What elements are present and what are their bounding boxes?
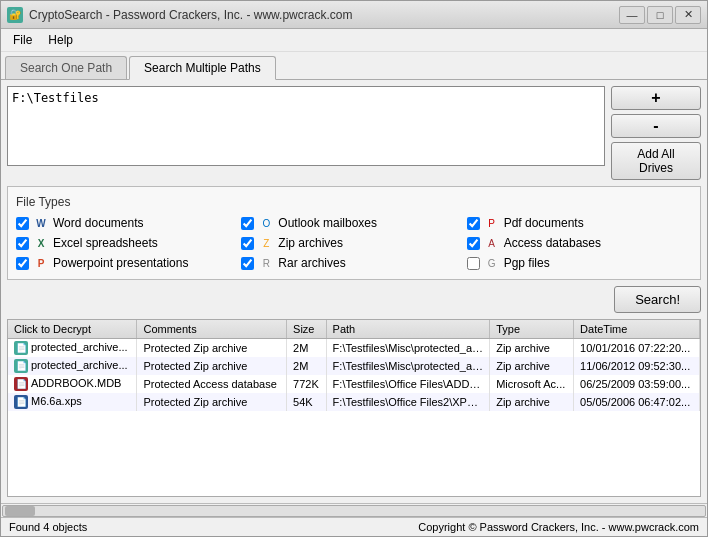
results-table-container[interactable]: Click to Decrypt Comments Size Path Type… — [7, 319, 701, 497]
title-bar: 🔐 CryptoSearch - Password Crackers, Inc.… — [1, 1, 707, 29]
minimize-button[interactable]: — — [619, 6, 645, 24]
status-left: Found 4 objects — [9, 521, 87, 533]
file-types-grid: W Word documents O Outlook mailboxes P P… — [16, 215, 692, 271]
pdf-icon: P — [484, 215, 500, 231]
col-header-datetime[interactable]: DateTime — [574, 320, 700, 339]
file-types-title: File Types — [16, 195, 692, 209]
paths-section: F:\Testfiles + - Add All Drives — [7, 86, 701, 180]
cell-comments: Protected Zip archive — [137, 357, 287, 375]
menu-help[interactable]: Help — [40, 31, 81, 49]
main-window: 🔐 CryptoSearch - Password Crackers, Inc.… — [0, 0, 708, 537]
excel-label: Excel spreadsheets — [53, 236, 158, 250]
table-header-row: Click to Decrypt Comments Size Path Type… — [8, 320, 700, 339]
horizontal-scrollbar[interactable] — [2, 505, 706, 517]
cell-size: 2M — [287, 357, 327, 375]
horizontal-scrollbar-row — [1, 503, 707, 517]
checkbox-pgp[interactable] — [467, 257, 480, 270]
menu-bar: File Help — [1, 29, 707, 52]
file-type-rar: R Rar archives — [241, 255, 466, 271]
paths-textarea[interactable]: F:\Testfiles — [7, 86, 605, 166]
cell-type: Zip archive — [490, 339, 574, 358]
checkbox-excel[interactable] — [16, 237, 29, 250]
search-button-row: Search! — [7, 286, 701, 313]
table-row[interactable]: 📄M6.6a.xpsProtected Zip archive54KF:\Tes… — [8, 393, 700, 411]
ppt-icon: P — [33, 255, 49, 271]
excel-icon: X — [33, 235, 49, 251]
outlook-icon: O — [258, 215, 274, 231]
ppt-label: Powerpoint presentations — [53, 256, 188, 270]
col-header-type[interactable]: Type — [490, 320, 574, 339]
file-type-ppt: P Powerpoint presentations — [16, 255, 241, 271]
file-types-section: File Types W Word documents O Outlook ma… — [7, 186, 701, 280]
pdf-label: Pdf documents — [504, 216, 584, 230]
status-right: Copyright © Password Crackers, Inc. - ww… — [418, 521, 699, 533]
cell-path: F:\Testfiles\Office Files\ADDR... — [326, 375, 490, 393]
window-controls: — □ ✕ — [619, 6, 701, 24]
table-body: 📄protected_archive...Protected Zip archi… — [8, 339, 700, 412]
cell-size: 2M — [287, 339, 327, 358]
app-icon: 🔐 — [7, 7, 23, 23]
cell-size: 772K — [287, 375, 327, 393]
checkbox-word[interactable] — [16, 217, 29, 230]
add-path-button[interactable]: + — [611, 86, 701, 110]
cell-path: F:\Testfiles\Misc\protected_arc... — [326, 357, 490, 375]
cell-path: F:\Testfiles\Misc\protected_arc... — [326, 339, 490, 358]
close-button[interactable]: ✕ — [675, 6, 701, 24]
cell-size: 54K — [287, 393, 327, 411]
pgp-icon: G — [484, 255, 500, 271]
col-header-path[interactable]: Path — [326, 320, 490, 339]
cell-type: Zip archive — [490, 357, 574, 375]
access-label: Access databases — [504, 236, 601, 250]
cell-type: Microsoft Ac... — [490, 375, 574, 393]
cell-datetime: 06/25/2009 03:59:00... — [574, 375, 700, 393]
table-row[interactable]: 📄ADDRBOOK.MDBProtected Access database77… — [8, 375, 700, 393]
add-all-drives-button[interactable]: Add All Drives — [611, 142, 701, 180]
outlook-label: Outlook mailboxes — [278, 216, 377, 230]
menu-file[interactable]: File — [5, 31, 40, 49]
tabs-bar: Search One Path Search Multiple Paths — [1, 52, 707, 80]
cell-datetime: 05/05/2006 06:47:02... — [574, 393, 700, 411]
maximize-button[interactable]: □ — [647, 6, 673, 24]
cell-comments: Protected Zip archive — [137, 393, 287, 411]
main-content: F:\Testfiles + - Add All Drives File Typ… — [1, 79, 707, 503]
remove-path-button[interactable]: - — [611, 114, 701, 138]
tab-search-multiple-paths[interactable]: Search Multiple Paths — [129, 56, 276, 80]
zip-label: Zip archives — [278, 236, 343, 250]
scrollbar-thumb — [5, 506, 35, 516]
checkbox-outlook[interactable] — [241, 217, 254, 230]
file-type-pgp: G Pgp files — [467, 255, 692, 271]
cell-name: 📄M6.6a.xps — [8, 393, 137, 411]
zip-icon: Z — [258, 235, 274, 251]
col-header-comments[interactable]: Comments — [137, 320, 287, 339]
rar-icon: R — [258, 255, 274, 271]
file-type-zip: Z Zip archives — [241, 235, 466, 251]
table-row[interactable]: 📄protected_archive...Protected Zip archi… — [8, 339, 700, 358]
checkbox-rar[interactable] — [241, 257, 254, 270]
checkbox-pdf[interactable] — [467, 217, 480, 230]
cell-comments: Protected Access database — [137, 375, 287, 393]
file-type-word: W Word documents — [16, 215, 241, 231]
checkbox-zip[interactable] — [241, 237, 254, 250]
checkbox-ppt[interactable] — [16, 257, 29, 270]
tab-search-one-path[interactable]: Search One Path — [5, 56, 127, 80]
table-row[interactable]: 📄protected_archive...Protected Zip archi… — [8, 357, 700, 375]
rar-label: Rar archives — [278, 256, 345, 270]
cell-datetime: 10/01/2016 07:22:20... — [574, 339, 700, 358]
access-icon: A — [484, 235, 500, 251]
cell-name: 📄protected_archive... — [8, 357, 137, 375]
file-type-pdf: P Pdf documents — [467, 215, 692, 231]
file-type-outlook: O Outlook mailboxes — [241, 215, 466, 231]
col-header-name[interactable]: Click to Decrypt — [8, 320, 137, 339]
paths-buttons: + - Add All Drives — [611, 86, 701, 180]
word-label: Word documents — [53, 216, 144, 230]
window-title: CryptoSearch - Password Crackers, Inc. -… — [29, 8, 352, 22]
cell-name: 📄protected_archive... — [8, 339, 137, 358]
file-type-access: A Access databases — [467, 235, 692, 251]
results-table: Click to Decrypt Comments Size Path Type… — [8, 320, 700, 411]
cell-type: Zip archive — [490, 393, 574, 411]
checkbox-access[interactable] — [467, 237, 480, 250]
col-header-size[interactable]: Size — [287, 320, 327, 339]
file-type-excel: X Excel spreadsheets — [16, 235, 241, 251]
pgp-label: Pgp files — [504, 256, 550, 270]
search-button[interactable]: Search! — [614, 286, 701, 313]
